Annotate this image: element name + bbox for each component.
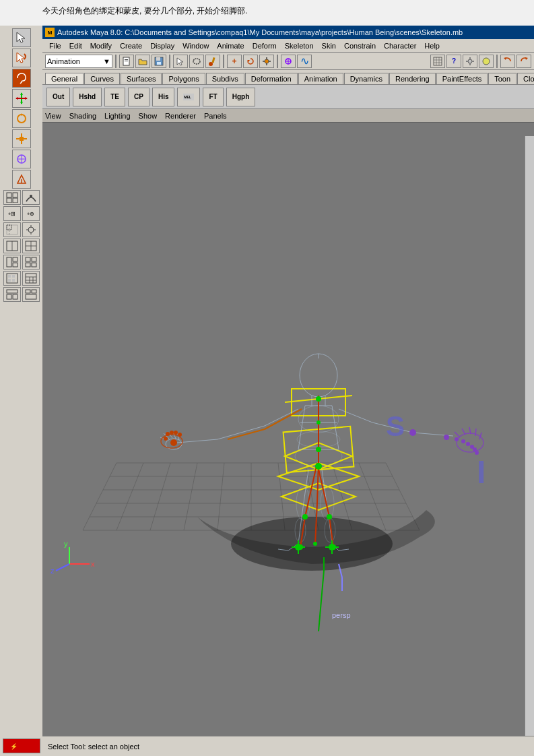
shelf-his-btn[interactable]: His [152, 88, 175, 106]
menu-skin[interactable]: Skin [318, 40, 340, 51]
svg-rect-77 [26, 263, 30, 267]
menu-window[interactable]: Window [178, 40, 213, 51]
shelf-te-btn[interactable]: TE [104, 88, 125, 106]
menu-character[interactable]: Character [380, 40, 420, 51]
menu-edit[interactable]: Edit [65, 40, 86, 51]
viewport-menubar: View Shading Lighting Show Renderer Pane… [42, 109, 534, 123]
svg-rect-2 [125, 61, 128, 61]
sidebar-select-tool[interactable] [12, 28, 31, 47]
viewport-menu-renderer[interactable]: Renderer [165, 112, 196, 120]
sidebar-panel-row2 [3, 255, 40, 270]
shelf-hshd-btn[interactable]: Hshd [73, 88, 102, 106]
soft-mod-btn[interactable]: ∿ [297, 55, 312, 68]
svg-marker-39 [20, 102, 23, 104]
animation-dropdown[interactable]: Animation ▼ [45, 55, 112, 68]
menu-display[interactable]: Display [146, 40, 178, 51]
svg-point-62 [28, 227, 34, 232]
title-bar: M Autodesk Maya 8.0: C:\Documents and Se… [42, 26, 534, 39]
menu-skeleton[interactable]: Skeleton [281, 40, 318, 51]
menu-deform[interactable]: Deform [248, 40, 281, 51]
sidebar-panel-8[interactable] [22, 287, 40, 302]
sidebar-snap-settings[interactable] [22, 222, 40, 237]
menu-modify[interactable]: Modify [86, 40, 116, 51]
viewport-menu-show[interactable]: Show [139, 112, 158, 120]
tab-polygons[interactable]: Polygons [162, 73, 205, 84]
sidebar-panel-4[interactable] [22, 255, 40, 270]
svg-rect-84 [26, 274, 36, 283]
svg-rect-83 [12, 279, 15, 282]
sidebar-snap-point[interactable] [3, 222, 21, 237]
tab-dynamics[interactable]: Dynamics [344, 73, 389, 84]
tab-painteffects[interactable]: PaintEffects [436, 73, 488, 84]
sidebar-pivot-mode[interactable]: +⊕ [22, 206, 40, 221]
rotate-tool-btn[interactable] [243, 55, 258, 68]
shelf-ft-btn[interactable]: FT [203, 88, 223, 106]
grid-btn[interactable] [430, 55, 445, 68]
sidebar-move-tool[interactable] [12, 89, 31, 108]
sidebar-universal-tool[interactable] [12, 150, 31, 168]
tab-cloth[interactable]: Cloth [517, 73, 534, 84]
sidebar-panel-5[interactable] [3, 271, 21, 286]
menu-file[interactable]: File [45, 40, 65, 51]
viewport-scrollbar[interactable] [525, 136, 534, 736]
menu-constrain[interactable]: Constrain [340, 40, 380, 51]
sidebar-rotate-tool[interactable] [12, 109, 31, 128]
sidebar-paint-select[interactable] [12, 49, 31, 67]
viewport-menu-view[interactable]: View [45, 112, 61, 120]
sidebar-panel-3[interactable] [3, 255, 21, 270]
svg-text:I: I [477, 454, 486, 490]
svg-marker-40 [15, 97, 18, 100]
sidebar-lasso-tool[interactable] [12, 69, 31, 88]
svg-rect-54 [7, 193, 11, 197]
open-scene-btn[interactable] [135, 55, 150, 68]
select-tool-btn[interactable] [173, 55, 188, 68]
sidebar-view-pivot[interactable]: +⊞ [3, 206, 21, 221]
scale-tool-btn[interactable] [259, 55, 274, 68]
universal-manip-btn[interactable] [281, 55, 296, 68]
sidebar-panel-2[interactable] [22, 239, 40, 253]
new-scene-btn[interactable] [119, 55, 134, 68]
viewport-menu-shading[interactable]: Shading [69, 112, 96, 120]
move-tool-btn[interactable]: + [227, 55, 242, 68]
tab-subdivs[interactable]: Subdivs [206, 73, 244, 84]
shelf-hgph-btn[interactable]: Hgph [226, 88, 256, 106]
undo-btn[interactable] [500, 55, 515, 68]
viewport-menu-lighting[interactable]: Lighting [104, 112, 131, 120]
sidebar-snap-grid[interactable] [3, 190, 21, 205]
svg-rect-94 [26, 294, 36, 299]
sidebar-panel-7[interactable] [3, 287, 21, 302]
sidebar-panel-1[interactable] [3, 239, 21, 253]
tab-toon[interactable]: Toon [488, 73, 516, 84]
svg-point-167 [316, 396, 321, 402]
lasso-tool-btn[interactable] [189, 55, 204, 68]
sidebar-panel-6[interactable] [22, 271, 40, 286]
paint-tool-btn[interactable] [205, 55, 220, 68]
svg-marker-6 [177, 58, 183, 65]
tab-animation[interactable]: Animation [298, 73, 343, 84]
sidebar-snap-curve[interactable] [22, 190, 40, 205]
svg-rect-82 [12, 275, 15, 278]
save-scene-btn[interactable] [152, 55, 166, 68]
tab-deformation[interactable]: Deformation [245, 73, 298, 84]
redo-btn[interactable] [516, 55, 531, 68]
sidebar-scale-tool[interactable] [12, 129, 31, 148]
menu-animate[interactable]: Animate [213, 40, 248, 51]
help-btn[interactable]: ? [446, 55, 461, 68]
render-btn[interactable] [479, 55, 494, 68]
menu-create[interactable]: Create [116, 40, 146, 51]
svg-point-9 [209, 62, 213, 66]
tab-rendering[interactable]: Rendering [389, 73, 436, 84]
sidebar-red-btn[interactable]: ⚡ [3, 738, 40, 753]
shelf-out-btn[interactable]: Out [46, 88, 70, 106]
tab-surfaces[interactable]: Surfaces [121, 73, 162, 84]
viewport-menu-panels[interactable]: Panels [204, 112, 227, 120]
tab-curves[interactable]: Curves [84, 73, 120, 84]
sidebar-show-manip[interactable] [12, 170, 31, 189]
settings-btn[interactable] [463, 55, 477, 68]
svg-point-24 [468, 59, 472, 63]
shelf-cp-btn[interactable]: CP [128, 88, 149, 106]
svg-rect-91 [13, 294, 18, 299]
tab-general[interactable]: General [45, 73, 84, 84]
shelf-mel-btn[interactable]: MEL [177, 88, 200, 106]
menu-help[interactable]: Help [420, 40, 444, 51]
